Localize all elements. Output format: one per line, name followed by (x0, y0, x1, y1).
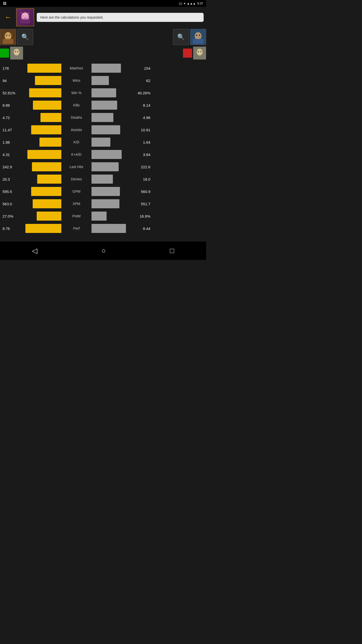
bar-left-container (21, 212, 61, 221)
bar-right (92, 199, 119, 208)
svg-point-11 (6, 35, 7, 36)
bar-left (39, 138, 61, 147)
svg-point-23 (15, 51, 16, 52)
stat-right-value: 40.26% (132, 91, 152, 95)
svg-point-10 (5, 32, 11, 40)
stat-label: Perf (61, 226, 92, 230)
svg-point-5 (26, 15, 27, 16)
bar-right-container (92, 64, 132, 73)
status-bar: 🖼 ▯▯ ▾ ▲▲▲ 9:37 (0, 0, 206, 7)
stat-left-value: 52.81% (1, 91, 21, 95)
bar-right (92, 150, 122, 159)
bar-left (33, 101, 61, 110)
svg-point-17 (199, 35, 200, 36)
bar-left-container (21, 162, 61, 171)
stat-right-value: 3.84 (132, 152, 152, 157)
stat-left-value: 20.3 (1, 177, 21, 181)
stat-left-value: 8.76 (1, 226, 21, 231)
bar-left (27, 150, 61, 159)
header: ← Here are the calculations you requeste… (0, 7, 206, 28)
stat-left-value: 27.0% (1, 214, 21, 218)
bar-right (92, 76, 109, 85)
hero1-small-image (10, 47, 23, 59)
bar-right-container (92, 187, 132, 196)
left-search-icon: 🔍 (21, 33, 29, 41)
svg-point-15 (195, 32, 201, 40)
team2-flag (183, 47, 192, 60)
back-button[interactable]: ← (3, 12, 14, 22)
stat-row: 8.76 Perf 8.44 (1, 223, 205, 234)
stat-row: 20.3 Denies 18.0 (1, 173, 205, 185)
stat-label: Kills (61, 103, 92, 107)
bar-right-container (92, 88, 132, 97)
bar-left-container (21, 150, 61, 159)
svg-point-22 (14, 49, 19, 56)
nav-back-button[interactable]: ◁ (26, 245, 43, 257)
stat-row: 11.47 Assists 10.91 (1, 124, 205, 136)
bar-right (92, 162, 119, 171)
tooltip-text: Here are the calculations you requested. (40, 15, 103, 19)
stat-row: 563.0 XPM 551.7 (1, 198, 205, 210)
stat-row: 1.88 K/D 1.64 (1, 136, 205, 148)
player2-avatar (190, 29, 206, 45)
stat-right-value: 8.14 (132, 103, 152, 107)
team1-flag-icon (0, 49, 9, 58)
status-bar-left: 🖼 (3, 2, 6, 5)
bar-right (92, 64, 121, 73)
nav-square-button[interactable]: □ (164, 245, 180, 257)
right-search-icon: 🔍 (177, 33, 185, 41)
svg-rect-18 (193, 39, 204, 44)
bar-right-container (92, 101, 132, 110)
stat-row: 4.31 K+A/D 3.84 (1, 149, 205, 160)
wifi-icon: ▾ (184, 2, 185, 5)
bar-left (37, 175, 61, 184)
hero2-small-avatar (193, 47, 206, 60)
stat-row: 178 Matches 154 (1, 62, 205, 74)
hero2-small-image (193, 47, 206, 59)
bar-left-container (21, 138, 61, 147)
nav-home-button[interactable]: ○ (96, 245, 112, 257)
stat-label: PotM (61, 214, 92, 218)
stat-left-value: 595.5 (1, 189, 21, 194)
bar-left (35, 76, 61, 85)
hero-avatar-image (18, 10, 33, 25)
player-row-2 (0, 46, 206, 60)
hero-avatar (16, 8, 34, 26)
bar-right-container (92, 138, 132, 147)
stat-row: 4.72 Deaths 4.96 (1, 112, 205, 123)
stat-right-value: 16.9% (132, 214, 152, 218)
svg-point-30 (200, 51, 201, 52)
status-bar-app-icon: 🖼 (3, 2, 6, 5)
bar-left-container (21, 88, 61, 97)
player2-avatar-image (190, 29, 206, 45)
hero1-small-avatar (10, 47, 23, 60)
stat-label: Matches (61, 66, 92, 70)
bar-right (92, 212, 107, 221)
stat-left-value: 242.9 (1, 165, 21, 169)
stat-right-value: 18.0 (132, 177, 152, 181)
left-search-button[interactable]: 🔍 (17, 29, 33, 45)
bar-left (32, 162, 61, 171)
stat-right-value: 222.6 (132, 165, 152, 169)
bar-right (92, 113, 113, 122)
player-row-1: 🔍 🔍 (0, 28, 206, 46)
stat-left-value: 178 (1, 66, 21, 70)
bar-left (27, 64, 61, 73)
bar-left-container (21, 187, 61, 196)
bar-left-container (21, 224, 61, 233)
battery-icon: ▯▯ (179, 2, 182, 5)
bar-right (92, 224, 126, 233)
svg-rect-8 (20, 19, 30, 23)
stat-label: Wins (61, 78, 92, 83)
team1-flag (0, 47, 9, 60)
stat-label: Assists (61, 128, 92, 132)
right-search-button[interactable]: 🔍 (173, 29, 189, 45)
bar-right-container (92, 76, 132, 85)
bar-right (92, 125, 120, 134)
stat-label: XPM (61, 202, 92, 206)
stat-label: Deaths (61, 115, 92, 119)
bar-right (92, 101, 117, 110)
stat-right-value: 62 (132, 78, 152, 83)
bar-right-container (92, 212, 132, 221)
bar-left (31, 187, 61, 196)
